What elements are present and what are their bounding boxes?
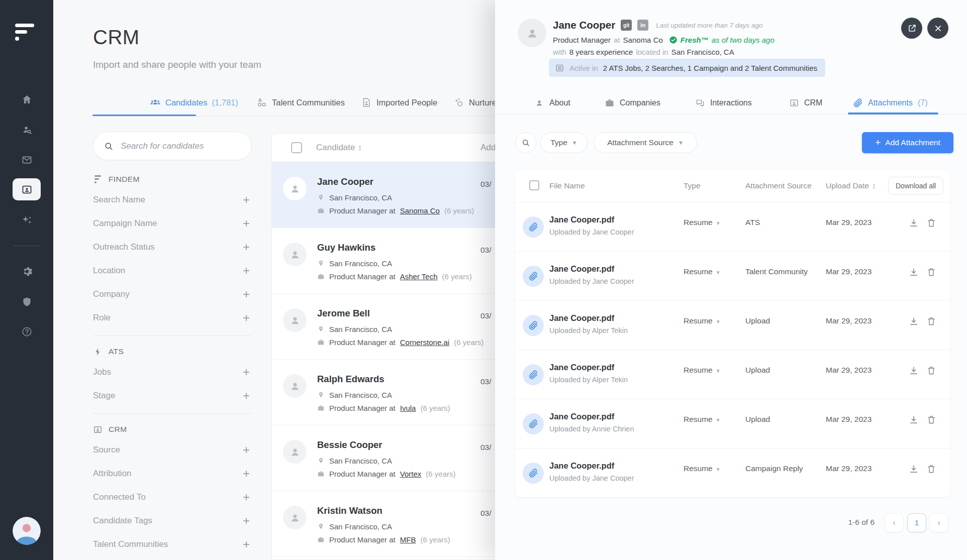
crm-contacts-icon[interactable] xyxy=(13,178,41,200)
filter-outreach-status[interactable]: Outreach Status+ xyxy=(93,235,252,259)
download-icon[interactable] xyxy=(908,316,919,327)
filter-stage[interactable]: Stage+ xyxy=(93,384,252,407)
tab-attachments[interactable]: Attachments(7) xyxy=(853,98,928,108)
company-link[interactable]: Ivula xyxy=(400,404,416,412)
filter-jobs[interactable]: Jobs+ xyxy=(93,360,252,384)
plus-icon[interactable]: + xyxy=(243,538,252,550)
tab-imported-people[interactable]: Imported People xyxy=(361,97,437,108)
pagination-page-1[interactable]: 1 xyxy=(907,513,926,532)
filter-connected-to[interactable]: Connected To+ xyxy=(93,485,252,509)
home-icon[interactable] xyxy=(13,88,41,110)
tab-companies[interactable]: Companies xyxy=(605,98,660,108)
tab-talent-communities[interactable]: Talent Communities xyxy=(256,97,345,108)
document-person-icon xyxy=(361,97,372,108)
download-icon[interactable] xyxy=(908,365,919,376)
upload-date-header[interactable]: Upload Date↕ xyxy=(826,181,876,190)
tab-about[interactable]: About xyxy=(534,98,570,108)
sort-icon[interactable]: ↕ xyxy=(358,143,362,152)
candidate-name[interactable]: Guy Hawkins xyxy=(317,242,375,253)
trash-icon[interactable] xyxy=(926,316,937,327)
download-icon[interactable] xyxy=(908,217,919,229)
filter-candidate-tags[interactable]: Candidate Tags+ xyxy=(93,509,252,532)
candidate-name[interactable]: Jerome Bell xyxy=(317,308,370,319)
help-icon[interactable] xyxy=(13,320,41,343)
filter-role[interactable]: Role+ xyxy=(93,306,252,329)
filter-attribution[interactable]: Attribution+ xyxy=(93,462,252,485)
select-all-checkbox[interactable] xyxy=(291,142,302,153)
trash-icon[interactable] xyxy=(926,267,937,278)
ai-sparkles-icon[interactable] xyxy=(13,209,41,231)
filter-search-name[interactable]: Search Name+ xyxy=(93,188,252,211)
mail-icon[interactable] xyxy=(13,149,41,171)
attachment-file-name[interactable]: Jane Cooper.pdf xyxy=(549,412,614,421)
type-filter-dropdown[interactable]: Type▼ xyxy=(540,132,588,153)
plus-icon[interactable]: + xyxy=(243,366,252,378)
user-avatar[interactable] xyxy=(13,517,41,545)
plus-icon[interactable]: + xyxy=(243,444,252,456)
company-link[interactable]: Sanoma Co xyxy=(400,206,440,215)
findem-logo-icon[interactable] xyxy=(15,24,38,41)
candidate-column-header[interactable]: Candidate↕ xyxy=(316,143,362,153)
tab-crm[interactable]: CRM xyxy=(789,98,822,108)
plus-icon[interactable]: + xyxy=(243,312,252,324)
plus-icon[interactable]: + xyxy=(243,491,252,503)
download-all-button[interactable]: Download all xyxy=(888,177,943,195)
attachment-type-dropdown[interactable]: Resume▼ xyxy=(684,218,721,227)
attachment-type-dropdown[interactable]: Resume▼ xyxy=(684,316,721,325)
git-badge-icon[interactable]: git xyxy=(621,20,632,31)
tab-candidates[interactable]: Candidates (1,781) xyxy=(150,97,238,108)
plus-icon[interactable]: + xyxy=(243,217,252,230)
security-shield-icon[interactable] xyxy=(13,291,41,313)
download-icon[interactable] xyxy=(908,267,919,278)
add-attachment-button[interactable]: +Add Attachment xyxy=(862,132,953,153)
attachment-file-name[interactable]: Jane Cooper.pdf xyxy=(549,264,614,274)
attachment-type-dropdown[interactable]: Resume▼ xyxy=(684,267,721,276)
filter-campaign-name[interactable]: Campaign Name+ xyxy=(93,211,252,235)
pagination-prev-button[interactable]: ‹ xyxy=(885,513,904,532)
attachment-file-name[interactable]: Jane Cooper.pdf xyxy=(549,313,614,323)
company-link[interactable]: Asher Tech xyxy=(400,272,438,281)
people-search-icon[interactable] xyxy=(13,119,41,141)
download-icon[interactable] xyxy=(908,414,919,425)
sort-icon[interactable]: ↕ xyxy=(872,181,876,190)
company-link[interactable]: Vortex xyxy=(400,470,422,478)
candidate-name[interactable]: Kristin Watson xyxy=(317,505,382,516)
plus-icon[interactable]: + xyxy=(243,288,252,300)
attachment-search-button[interactable] xyxy=(515,132,536,153)
attachment-file-name[interactable]: Jane Cooper.pdf xyxy=(549,215,614,225)
settings-gear-icon[interactable] xyxy=(13,260,41,282)
plus-icon[interactable]: + xyxy=(243,265,252,277)
trash-icon[interactable] xyxy=(926,365,937,376)
attachment-source-filter-dropdown[interactable]: Attachment Source▼ xyxy=(594,132,697,153)
filter-company[interactable]: Company+ xyxy=(93,282,252,306)
attachment-file-name[interactable]: Jane Cooper.pdf xyxy=(549,363,614,372)
filter-talent-communities[interactable]: Talent Communities+ xyxy=(93,532,252,556)
filter-location[interactable]: Location+ xyxy=(93,259,252,282)
search-input[interactable] xyxy=(121,141,241,151)
open-in-new-button[interactable] xyxy=(901,18,922,39)
candidate-name[interactable]: Ralph Edwards xyxy=(317,374,384,385)
plus-icon[interactable]: + xyxy=(243,241,252,253)
candidate-name[interactable]: Bessie Cooper xyxy=(317,439,382,451)
candidate-name[interactable]: Jane Cooper xyxy=(317,176,373,187)
attachment-type-dropdown[interactable]: Resume▼ xyxy=(684,366,721,375)
plus-icon[interactable]: + xyxy=(243,468,252,480)
company-link[interactable]: MFB xyxy=(400,535,416,544)
trash-icon[interactable] xyxy=(926,217,937,229)
attachment-type-dropdown[interactable]: Resume▼ xyxy=(684,415,721,424)
attachment-type-dropdown[interactable]: Resume▼ xyxy=(684,464,721,473)
pagination-next-button[interactable]: › xyxy=(929,513,948,532)
download-icon[interactable] xyxy=(908,464,919,475)
select-all-attachments-checkbox[interactable] xyxy=(529,180,539,190)
attachment-file-name[interactable]: Jane Cooper.pdf xyxy=(549,461,614,471)
tab-interactions[interactable]: Interactions xyxy=(695,98,752,108)
company-link[interactable]: Cornerstone.ai xyxy=(400,338,449,347)
plus-icon[interactable]: + xyxy=(243,194,252,206)
close-panel-button[interactable] xyxy=(927,18,948,39)
trash-icon[interactable] xyxy=(926,464,937,475)
plus-icon[interactable]: + xyxy=(243,390,252,402)
trash-icon[interactable] xyxy=(926,414,937,425)
plus-icon[interactable]: + xyxy=(243,515,252,527)
filter-source[interactable]: Source+ xyxy=(93,438,252,462)
linkedin-badge-icon[interactable]: in xyxy=(637,20,648,31)
